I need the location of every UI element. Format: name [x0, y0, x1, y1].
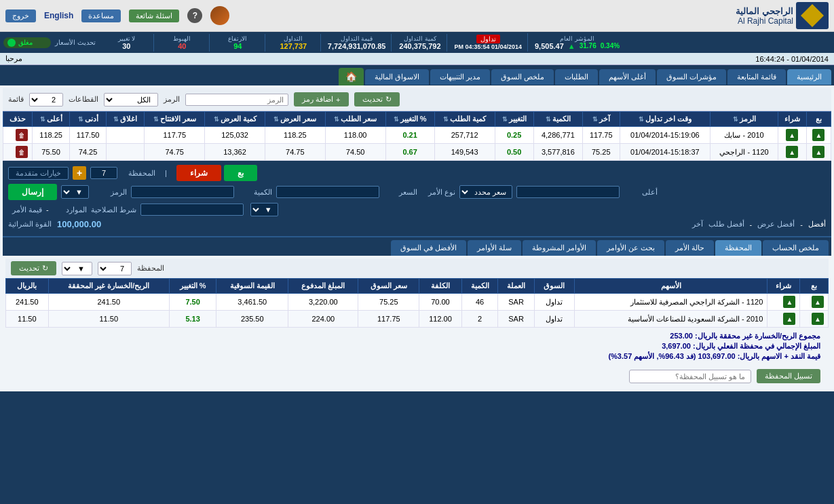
symbol-trading-label: الرمز: [93, 188, 127, 197]
sector-select[interactable]: الكل: [104, 93, 158, 106]
row2-symbol[interactable]: 1120 - الراجحي: [710, 144, 778, 161]
tab-orders-basket[interactable]: سلة الأوامر: [468, 240, 521, 256]
sell-icon-2[interactable]: ▲: [812, 146, 824, 158]
sell-button[interactable]: بع: [224, 165, 257, 181]
home-button[interactable]: 🏠: [339, 68, 364, 85]
prow2-sell[interactable]: ▲: [800, 311, 829, 328]
pcol-sar: بالريال: [6, 279, 49, 294]
tab-orders[interactable]: الطلبات: [555, 69, 598, 85]
validity-select[interactable]: ▼: [250, 203, 278, 216]
resources-label: الموارد: [53, 206, 87, 214]
refresh-button[interactable]: ↻ تحديث: [354, 92, 400, 106]
summary-unrealized-value: 253.00: [670, 332, 693, 340]
portfolio-num[interactable]: 7: [90, 167, 117, 179]
send-button[interactable]: إرسال: [8, 184, 57, 200]
row1-bid: 118.00: [325, 127, 385, 144]
portfolio-header-select[interactable]: 7: [98, 262, 132, 275]
language-label[interactable]: English: [44, 11, 73, 20]
row1-high: 118.25: [33, 127, 69, 144]
last-label: آخر: [669, 220, 703, 229]
portfolio-filter-select[interactable]: ▼: [62, 262, 92, 275]
rise-value: 94: [233, 42, 242, 50]
watchlist-row-2: ▲ ▲ 1120 - الراجحي 01/04/2014-15:18:37 7…: [3, 144, 831, 161]
tab-market-summary[interactable]: ملخص السوق: [491, 69, 554, 85]
summary-cash-detail: (فد 96.43%, الأسهم 3.57%): [608, 352, 696, 360]
validity-label: شرط الصلاحية: [91, 206, 136, 214]
help-button[interactable]: مساعدة: [81, 9, 121, 22]
tab-conditional-orders[interactable]: الأوامر المشروطة: [523, 240, 596, 256]
portfolio-header-row: بع شراء الأسهم السوق العملة الكمية الكلف…: [6, 279, 829, 294]
tab-home[interactable]: الرئيسية: [787, 69, 831, 85]
tab-watchlist[interactable]: قائمة المتابعة: [727, 69, 786, 85]
tab-order-status[interactable]: حالة الأمر: [666, 240, 714, 256]
col-bid: سعر الطلب ⇅: [325, 112, 385, 127]
p-sell-icon-1[interactable]: ▲: [812, 296, 824, 308]
validity-input[interactable]: [140, 203, 244, 216]
pcol-unrealized: الربح/الخسارة غير المحققة: [48, 279, 169, 294]
row2-delete[interactable]: 🗑: [3, 144, 33, 161]
row2-sell[interactable]: ▲: [806, 144, 831, 161]
delete-icon-1[interactable]: 🗑: [16, 129, 28, 141]
prow1-sell[interactable]: ▲: [800, 294, 829, 311]
trades-value: 127,737: [280, 42, 307, 50]
sell-icon-1[interactable]: ▲: [812, 129, 824, 141]
prow2-unrealized: 11.50: [48, 311, 169, 328]
prow2-buy[interactable]: ▲: [767, 311, 800, 328]
tab-best-in-market[interactable]: الأفضل في السوق: [391, 240, 466, 256]
price-input[interactable]: [276, 186, 379, 198]
qty-input[interactable]: [131, 186, 234, 198]
high-input[interactable]: [516, 186, 620, 198]
price-toggle[interactable]: مغلق: [3, 37, 51, 48]
trading-panel: بع شراء | المحفظة 7 + خيارات متقدمة أعلى…: [3, 161, 831, 236]
add-portfolio-button[interactable]: +: [73, 166, 86, 180]
row2-buy[interactable]: ▲: [778, 144, 806, 161]
prow1-buy[interactable]: ▲: [767, 294, 800, 311]
col-symbol: الرمز ⇅: [710, 112, 778, 127]
buy-icon-2[interactable]: ▲: [786, 146, 798, 158]
help-icon[interactable]: ?: [187, 8, 202, 23]
faq-button[interactable]: اسئلة شائعة: [129, 9, 179, 22]
buy-icon-1[interactable]: ▲: [786, 129, 798, 141]
tab-alerts[interactable]: مدير التنبيهات: [430, 69, 490, 85]
exit-button[interactable]: خروج: [5, 9, 36, 22]
symbol-input[interactable]: [185, 94, 288, 106]
tab-portfolio[interactable]: المحفظة: [715, 240, 761, 256]
tab-financial-markets[interactable]: الاسواق المالية: [365, 69, 429, 85]
delete-icon-2[interactable]: 🗑: [16, 146, 28, 158]
p-sell-icon-2[interactable]: ▲: [812, 313, 824, 325]
summary-best-amount: المبلغ الإجمالي في محفظة الفعلي بالريال:…: [14, 342, 820, 351]
col-bid-qty: كمية الطلب ⇅: [434, 112, 495, 127]
portfolio-refresh-icon: ↻: [42, 264, 48, 273]
tab-market-indicators[interactable]: مؤشرات السوق: [657, 69, 726, 85]
liquidate-button[interactable]: تسبيل المحفظة: [757, 369, 820, 383]
symbol-trading-select[interactable]: ▼: [61, 185, 89, 199]
liquidate-input[interactable]: [629, 370, 751, 383]
trading-row-4-left: أفضل - أفضل عرض - أفضل طلب آخر: [669, 220, 826, 229]
row1-symbol[interactable]: 2010 - سابك: [710, 127, 778, 144]
col-buy: شراء: [778, 112, 806, 127]
row1-ask: 118.25: [265, 127, 325, 144]
prow1-cost: 70.00: [419, 294, 461, 311]
order-type-select[interactable]: سعر محدد: [459, 185, 512, 199]
tab-top-stocks[interactable]: أغلى الأسهم: [599, 69, 656, 85]
tab-account-summary[interactable]: ملخص الحساب: [763, 240, 829, 256]
advanced-options-button[interactable]: خيارات متقدمة: [8, 167, 69, 180]
refresh-label: تحديث: [362, 95, 383, 104]
tab-search-orders[interactable]: بحث عن الأوامر: [597, 240, 664, 256]
decline-label: الهبوط: [173, 35, 191, 42]
list-select[interactable]: 2: [29, 93, 63, 106]
row1-buy[interactable]: ▲: [778, 127, 806, 144]
buy-button[interactable]: شراء: [176, 165, 221, 181]
row1-delete[interactable]: 🗑: [3, 127, 33, 144]
p-buy-icon-2[interactable]: ▲: [783, 313, 795, 325]
p-buy-icon-1[interactable]: ▲: [783, 296, 795, 308]
row1-sell[interactable]: ▲: [806, 127, 831, 144]
pcol-paid: المبلغ المدفوع: [288, 279, 358, 294]
row1-ask-qty: 125,032: [205, 127, 265, 144]
portfolio-table: بع شراء الأسهم السوق العملة الكمية الكلف…: [5, 278, 829, 328]
row2-last: 75.25: [583, 144, 620, 161]
portfolio-refresh-button[interactable]: ↻ تحديث: [11, 261, 56, 275]
no-change-value: 30: [122, 42, 130, 50]
add-symbol-button[interactable]: + اضافة رمز: [294, 92, 349, 106]
summary-best-value: 3,697.00: [662, 342, 691, 350]
